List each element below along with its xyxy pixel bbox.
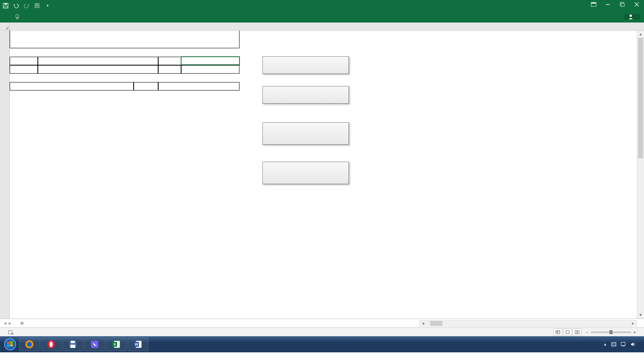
start-button[interactable] xyxy=(2,338,19,351)
svg-rect-32 xyxy=(71,341,75,343)
svg-rect-26 xyxy=(10,344,13,346)
touch-mode-icon[interactable] xyxy=(34,2,40,9)
sheet-tab-bar: ◄► ⊕ ◄► xyxy=(0,319,644,327)
windows-taskbar: X W ▲ xyxy=(0,336,644,352)
ribbon-tabs xyxy=(0,11,644,23)
svg-rect-24 xyxy=(10,341,13,344)
zoom-out-button[interactable]: − xyxy=(586,330,588,335)
row-headers xyxy=(0,31,10,319)
person-icon xyxy=(628,14,634,20)
taskbar-word[interactable]: W xyxy=(128,337,149,351)
horizontal-scrollbar[interactable]: ◄► xyxy=(419,320,637,327)
close-icon[interactable] xyxy=(634,2,642,9)
column-headers xyxy=(0,23,644,31)
save-icon[interactable] xyxy=(2,2,9,9)
taskbar-viber[interactable] xyxy=(84,337,105,351)
taskbar-excel[interactable]: X xyxy=(106,337,127,351)
view-buttons xyxy=(553,329,582,336)
taskbar-save[interactable] xyxy=(62,337,83,351)
print-button[interactable] xyxy=(262,122,349,145)
zoom-slider[interactable] xyxy=(591,331,631,333)
svg-rect-33 xyxy=(70,345,75,348)
worksheet-area: ▲ ▼ xyxy=(0,31,644,319)
scroll-up-icon[interactable]: ▲ xyxy=(637,31,644,38)
header-score xyxy=(134,82,158,90)
macro-record-icon[interactable] xyxy=(8,330,14,335)
svg-rect-21 xyxy=(578,331,579,334)
tab-file[interactable] xyxy=(0,11,10,23)
svg-rect-2 xyxy=(4,6,7,8)
vertical-scrollbar[interactable]: ▲ ▼ xyxy=(637,31,644,319)
status-bar: − + xyxy=(0,327,644,336)
add-sheet-button[interactable]: ⊕ xyxy=(18,321,27,326)
svg-rect-44 xyxy=(622,346,625,346)
share-button[interactable] xyxy=(624,14,640,20)
svg-rect-14 xyxy=(8,331,12,334)
svg-rect-16 xyxy=(556,331,560,334)
title-bar: ▾ xyxy=(0,0,644,11)
svg-rect-43 xyxy=(621,342,625,346)
questionnaire-title xyxy=(10,31,239,48)
qat-customize-icon[interactable]: ▾ xyxy=(44,2,51,9)
svg-rect-23 xyxy=(7,342,10,344)
value-date[interactable] xyxy=(181,65,239,74)
header-level xyxy=(158,82,239,90)
ribbon-options-icon[interactable] xyxy=(591,2,598,9)
svg-text:W: W xyxy=(135,342,138,346)
svg-rect-5 xyxy=(591,2,596,4)
cells-area[interactable]: ▲ ▼ xyxy=(10,31,644,319)
taskbar-firefox[interactable] xyxy=(19,337,40,351)
minimize-icon[interactable] xyxy=(605,2,613,9)
svg-point-13 xyxy=(630,14,632,17)
quick-access-toolbar: ▾ xyxy=(2,2,51,9)
tab-nav[interactable]: ◄► xyxy=(0,321,15,325)
scroll-thumb[interactable] xyxy=(638,38,643,158)
save-pdf-button[interactable] xyxy=(262,56,349,74)
svg-rect-12 xyxy=(17,18,18,19)
tell-me[interactable] xyxy=(10,11,27,23)
clear-data-button[interactable] xyxy=(262,162,349,184)
value-fio[interactable] xyxy=(38,57,158,65)
tray-volume-icon[interactable] xyxy=(630,342,636,347)
save-sheet-button[interactable] xyxy=(262,86,349,104)
bulb-icon xyxy=(14,14,20,20)
svg-point-11 xyxy=(16,14,19,18)
tray-flag-icon[interactable] xyxy=(611,342,617,347)
svg-point-30 xyxy=(50,341,53,347)
view-page-break-button[interactable] xyxy=(573,329,582,336)
svg-rect-8 xyxy=(621,3,624,6)
svg-rect-20 xyxy=(575,331,577,334)
window-buttons xyxy=(591,2,642,9)
value-age[interactable] xyxy=(38,65,158,74)
svg-point-28 xyxy=(27,342,32,347)
redo-icon[interactable] xyxy=(23,2,30,9)
value-class[interactable] xyxy=(181,57,239,65)
maximize-icon[interactable] xyxy=(620,2,627,9)
label-date xyxy=(158,65,181,74)
svg-text:X: X xyxy=(114,342,116,346)
label-age xyxy=(10,65,38,74)
tray-network-icon[interactable] xyxy=(621,342,626,347)
svg-point-15 xyxy=(12,333,13,335)
zoom-controls: − + xyxy=(586,330,641,335)
label-class xyxy=(158,57,181,65)
undo-icon[interactable] xyxy=(13,2,19,9)
svg-rect-25 xyxy=(7,344,10,347)
view-normal-button[interactable] xyxy=(553,329,562,336)
header-scale xyxy=(10,82,134,90)
select-all-triangle[interactable] xyxy=(0,23,10,30)
svg-rect-19 xyxy=(566,331,569,334)
view-page-layout-button[interactable] xyxy=(563,329,572,336)
taskbar-opera[interactable] xyxy=(41,337,62,351)
system-tray: ▲ xyxy=(599,342,642,347)
label-fio xyxy=(10,57,38,65)
zoom-in-button[interactable]: + xyxy=(634,330,636,335)
tray-arrow-icon[interactable]: ▲ xyxy=(603,342,607,346)
svg-rect-1 xyxy=(4,3,7,5)
scroll-down-icon[interactable]: ▼ xyxy=(637,311,644,319)
